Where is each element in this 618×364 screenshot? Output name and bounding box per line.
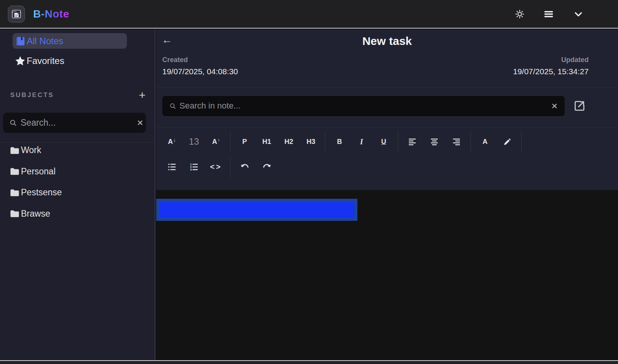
- toolbar-row-2: 1 2 3 <>: [161, 154, 278, 179]
- folder-item-brawse[interactable]: Brawse: [0, 203, 155, 225]
- redo-button[interactable]: [256, 158, 278, 176]
- created-value: 19/07/2025, 04:08:30: [162, 67, 238, 76]
- updated-label: Updated: [513, 56, 589, 64]
- underline-button[interactable]: U: [373, 133, 395, 150]
- open-external-button[interactable]: [573, 99, 586, 112]
- italic-button[interactable]: I: [351, 133, 373, 150]
- note-search-clear-button[interactable]: ✕: [551, 102, 558, 110]
- folder-label: Work: [21, 145, 41, 155]
- folder-label: Pestsense: [21, 187, 62, 198]
- search-icon: [9, 119, 17, 127]
- sidebar: All Notes Favorites SUBJECTS + ✕: [0, 29, 155, 360]
- sidebar-item-favorites[interactable]: Favorites: [13, 53, 127, 69]
- sidebar-item-label: Favorites: [27, 56, 64, 66]
- bold-button[interactable]: B: [328, 133, 351, 150]
- folder-icon: [9, 145, 20, 156]
- font-size-value: 13: [183, 133, 205, 150]
- hamburger-icon: [543, 8, 554, 20]
- arrow-up-icon: ↑: [218, 137, 220, 143]
- align-center-icon: [430, 137, 439, 146]
- heading2-button[interactable]: H2: [278, 133, 300, 150]
- undo-button[interactable]: [234, 158, 256, 176]
- bullet-list-button[interactable]: [161, 158, 183, 176]
- note-editor-area[interactable]: [156, 190, 618, 360]
- decrease-font-button[interactable]: A↓: [161, 133, 183, 150]
- sun-icon: [515, 9, 525, 19]
- topbar: B-Note: [0, 0, 618, 29]
- toolbar-group-divider: [521, 131, 522, 152]
- folder-icon: [9, 166, 20, 177]
- decrease-font-label: A: [168, 138, 173, 146]
- text-color-button[interactable]: A: [474, 133, 496, 150]
- subjects-header-row: SUBJECTS +: [10, 89, 146, 102]
- topbar-actions: [513, 7, 586, 21]
- updated-meta: Updated 19/07/2025, 15:34:27: [513, 56, 589, 76]
- ordered-list-icon: 1 2 3: [189, 162, 199, 172]
- updated-value: 19/07/2025, 15:34:27: [513, 67, 589, 76]
- created-meta: Created 19/07/2025, 04:08:30: [162, 56, 238, 76]
- folder-item-pestsense[interactable]: Pestsense: [0, 182, 155, 203]
- toolbar-divider: [156, 127, 618, 128]
- increase-font-button[interactable]: A↑: [205, 133, 227, 150]
- theme-toggle-button[interactable]: [513, 8, 526, 21]
- toolbar-row-1: A↓ 13 A↑ P H1 H2 H3 B I U: [161, 129, 525, 154]
- notebook-icon: [14, 35, 26, 47]
- sidebar-item-all-notes[interactable]: All Notes: [13, 33, 127, 49]
- chevron-down-icon: [573, 8, 584, 20]
- align-left-button[interactable]: [401, 133, 423, 150]
- arrow-down-icon: ↓: [173, 137, 176, 143]
- align-right-icon: [452, 137, 461, 146]
- sidebar-search-box: ✕: [3, 113, 146, 133]
- increase-font-label: A: [212, 138, 217, 146]
- redo-icon: [262, 162, 272, 172]
- folder-item-work[interactable]: Work: [0, 140, 155, 161]
- sidebar-item-label: All Notes: [27, 36, 63, 46]
- align-left-icon: [408, 137, 417, 146]
- paragraph-button[interactable]: P: [234, 133, 256, 150]
- folder-list: Work Personal Pestsense: [0, 140, 155, 224]
- created-label: Created: [162, 56, 238, 64]
- note-search-row: ✕: [162, 96, 618, 116]
- align-right-button[interactable]: [445, 133, 468, 150]
- search-icon: [169, 102, 176, 110]
- add-subject-button[interactable]: +: [139, 89, 146, 101]
- toolbar-group-divider: [325, 131, 325, 152]
- note-panel: ← New task Created 19/07/2025, 04:08:30 …: [156, 29, 618, 360]
- folder-label: Brawse: [21, 209, 50, 219]
- star-icon: [14, 55, 26, 67]
- app-title: B-Note: [33, 8, 69, 20]
- subjects-header: SUBJECTS: [10, 91, 54, 99]
- pen-icon: [503, 137, 512, 146]
- bullet-list-icon: [167, 162, 177, 172]
- note-title: New task: [156, 35, 618, 48]
- toolbar-group-divider: [230, 131, 231, 152]
- highlighted-text-fill: [160, 202, 354, 217]
- sidebar-search-input[interactable]: [21, 118, 133, 128]
- sidebar-search-clear-button[interactable]: ✕: [137, 119, 144, 127]
- menu-button[interactable]: [541, 7, 556, 21]
- external-link-icon: [573, 99, 586, 112]
- toolbar-group-divider: [471, 131, 471, 152]
- highlight-button[interactable]: [496, 133, 518, 150]
- svg-text:3: 3: [190, 168, 192, 171]
- align-center-button[interactable]: [423, 133, 445, 150]
- header-divider: [156, 87, 618, 88]
- heading1-button[interactable]: H1: [256, 133, 278, 150]
- app-logo-icon: [8, 6, 25, 22]
- folder-icon: [9, 187, 20, 198]
- undo-icon: [240, 162, 250, 172]
- window-bottom-edge: [0, 360, 618, 364]
- note-search-box: ✕: [162, 96, 565, 116]
- folder-icon: [9, 208, 20, 219]
- note-search-input[interactable]: [179, 101, 548, 111]
- toolbar-group-divider: [398, 131, 398, 152]
- selected-text-block: [156, 199, 357, 221]
- folder-item-personal[interactable]: Personal: [0, 161, 155, 182]
- ordered-list-button[interactable]: 1 2 3: [183, 158, 205, 176]
- collapse-button[interactable]: [571, 7, 586, 21]
- heading3-button[interactable]: H3: [300, 133, 322, 150]
- folder-label: Personal: [21, 166, 56, 177]
- code-button[interactable]: <>: [205, 158, 227, 176]
- toolbar-group-divider: [230, 156, 231, 177]
